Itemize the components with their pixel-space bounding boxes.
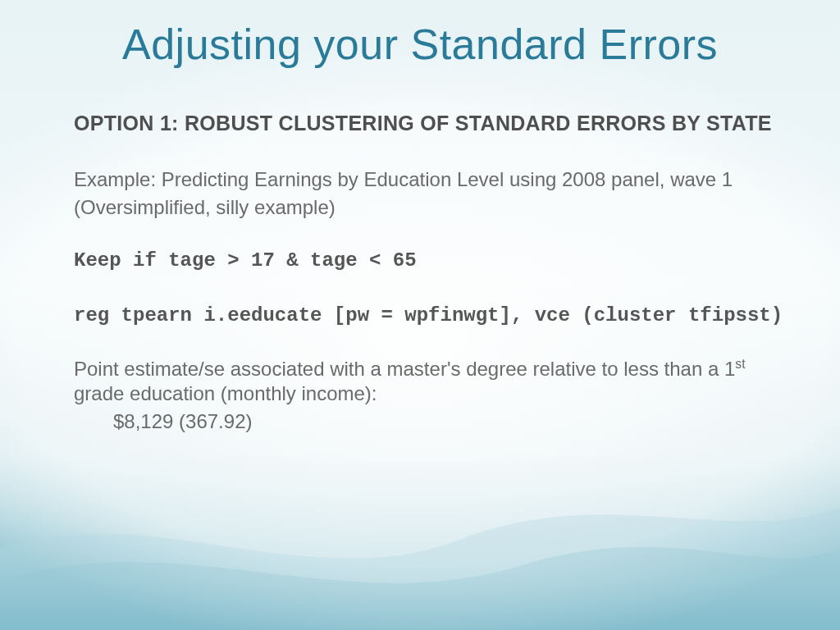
code-line-2: reg tpearn i.eeducate [pw = wpfinwgt], v… <box>74 303 791 329</box>
slide-body: OPTION 1: ROBUST CLUSTERING OF STANDARD … <box>74 111 791 434</box>
result-intro-pre: Point estimate/se associated with a mast… <box>74 358 735 380</box>
background-wave <box>0 450 840 630</box>
result-intro-sup: st <box>735 357 745 371</box>
option-header: OPTION 1: ROBUST CLUSTERING OF STANDARD … <box>74 111 791 136</box>
result-value: $8,129 (367.92) <box>74 409 791 434</box>
example-note: (Oversimplified, silly example) <box>74 195 791 220</box>
slide: Adjusting your Standard Errors OPTION 1:… <box>0 0 840 630</box>
result-intro: Point estimate/se associated with a mast… <box>74 357 791 406</box>
slide-title: Adjusting your Standard Errors <box>0 20 840 69</box>
result-intro-post: grade education (monthly income): <box>74 382 377 404</box>
code-line-1: Keep if tage > 17 & tage < 65 <box>74 248 791 274</box>
example-line: Example: Predicting Earnings by Educatio… <box>74 167 791 192</box>
